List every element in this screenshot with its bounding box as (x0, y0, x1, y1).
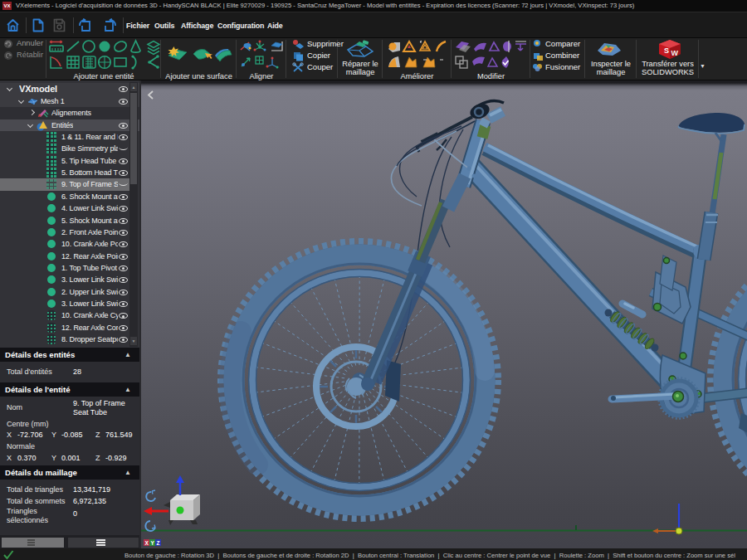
svg-text:W: W (671, 49, 679, 57)
svg-text:Z: Z (157, 540, 160, 546)
svg-text:Y: Y (151, 540, 155, 546)
svg-text:S: S (664, 46, 669, 55)
svg-text:X: X (145, 540, 149, 546)
